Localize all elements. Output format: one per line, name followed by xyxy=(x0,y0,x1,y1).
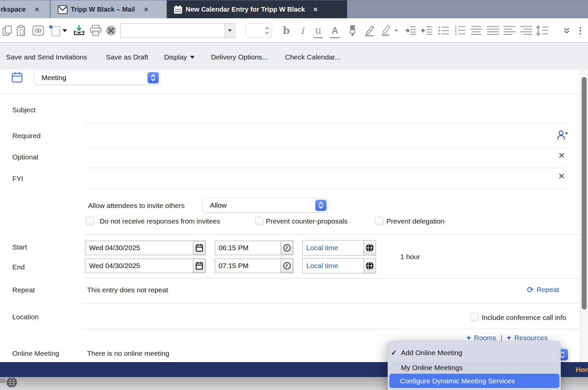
save-import-icon[interactable] xyxy=(72,24,86,37)
include-conference-checkbox[interactable] xyxy=(470,313,479,321)
justify-icon[interactable] xyxy=(486,24,500,37)
optional-field[interactable] xyxy=(86,168,566,168)
entry-type-value: Meeting xyxy=(35,74,147,82)
menu-item-my-online-meetings[interactable]: My Online Meetings xyxy=(401,363,463,372)
prevent-delegation-checkbox[interactable] xyxy=(375,217,383,225)
tab-mail[interactable]: Tripp W Black – Mail ✕ xyxy=(50,0,173,19)
subject-label: Subject xyxy=(12,105,36,114)
align-right-icon[interactable] xyxy=(520,24,533,37)
copy-link-icon[interactable] xyxy=(32,24,45,37)
required-field[interactable] xyxy=(86,148,566,149)
start-time-field[interactable]: 06:15 PM xyxy=(214,240,294,255)
scrollbar-thumb[interactable] xyxy=(582,77,587,310)
fyi-field[interactable] xyxy=(86,189,566,189)
delivery-options-button[interactable]: Delivery Options... xyxy=(211,52,268,62)
end-time-picker-icon[interactable] xyxy=(281,259,293,273)
menu-check-icon: ✓ xyxy=(391,348,397,357)
font-name-input[interactable] xyxy=(121,24,225,38)
font-size-stepper[interactable] xyxy=(245,23,272,38)
font-dropdown-icon[interactable] xyxy=(225,24,235,38)
repeat-link[interactable]: ⟳ Repeat xyxy=(527,285,559,294)
tab-mail-close-icon[interactable]: ✕ xyxy=(144,6,148,13)
clear-optional-icon[interactable]: ✕ xyxy=(558,151,565,160)
print-icon[interactable] xyxy=(89,24,102,37)
start-time-value[interactable]: 06:15 PM xyxy=(216,242,280,254)
start-time-picker-icon[interactable] xyxy=(281,241,293,255)
bold-icon[interactable]: b xyxy=(281,24,291,37)
toolbar-overflow-icon[interactable]: ⋮ xyxy=(577,24,583,37)
menu-item-configure-dms[interactable]: Configure Dynamic Meeting Services xyxy=(389,374,559,388)
start-timezone-field[interactable]: Local time xyxy=(302,240,376,255)
save-and-send-button[interactable]: Save and Send Invitations xyxy=(6,52,87,62)
svg-text:2: 2 xyxy=(455,29,457,33)
new-document-icon[interactable] xyxy=(48,24,61,37)
font-size-input[interactable] xyxy=(246,27,265,34)
font-name-combobox[interactable] xyxy=(120,23,235,38)
allow-attendees-label: Allow attendees to invite others xyxy=(88,201,185,210)
end-timezone-globe-icon[interactable] xyxy=(363,258,376,273)
new-document-dropdown-icon[interactable] xyxy=(62,24,68,37)
end-time-field[interactable]: 07:15 PM xyxy=(214,258,294,273)
align-left-icon[interactable] xyxy=(503,24,516,37)
online-meeting-label: Online Meeting xyxy=(12,349,59,358)
line-spacing-icon[interactable] xyxy=(535,24,549,37)
tab-calendar-active[interactable]: New Calendar Entry for Tripp W Black ✕ xyxy=(167,0,347,19)
tab-workspace-close-icon[interactable]: ✕ xyxy=(35,6,40,13)
italic-icon[interactable]: i xyxy=(298,24,307,37)
repeat-link-label: Repeat xyxy=(537,285,559,294)
home-link[interactable]: Home xyxy=(576,366,588,374)
highlighter-dropdown-icon[interactable] xyxy=(394,24,399,37)
allow-attendees-value: Allow xyxy=(203,201,315,209)
underline-icon[interactable]: u xyxy=(314,24,323,38)
end-timezone-value[interactable]: Local time xyxy=(303,258,363,273)
tab-bar: rkspace ✕ Tripp W Black – Mail ✕ New Cal… xyxy=(0,0,588,19)
check-calendar-button[interactable]: Check Calendar... xyxy=(285,52,341,62)
entry-type-select[interactable]: Meeting xyxy=(34,70,160,85)
clear-fyi-icon[interactable]: ✕ xyxy=(558,172,565,180)
end-date-value[interactable]: Wed 04/30/2025 xyxy=(87,260,193,272)
start-label: Start xyxy=(12,243,27,251)
start-date-field[interactable]: Wed 04/30/2025 xyxy=(85,240,206,255)
save-as-draft-button[interactable]: Save as Draft xyxy=(106,52,148,62)
repeat-icon: ⟳ xyxy=(527,286,534,294)
display-menu-button[interactable]: Display xyxy=(164,52,195,62)
highlighter-icon[interactable] xyxy=(380,24,392,37)
no-responses-checkbox[interactable] xyxy=(86,217,94,225)
end-time-value[interactable]: 07:15 PM xyxy=(216,260,280,272)
tab-calendar-close-icon[interactable]: ✕ xyxy=(313,6,318,13)
tab-mail-label: Tripp W Black – Mail xyxy=(71,6,135,13)
numbered-list-icon[interactable]: 123 xyxy=(454,24,466,37)
end-date-picker-icon[interactable] xyxy=(193,259,205,273)
entry-calendar-icon xyxy=(12,72,23,84)
tab-workspace-label: rkspace xyxy=(1,6,31,13)
cancel-icon[interactable] xyxy=(105,24,117,37)
select-chevrons-icon xyxy=(315,200,327,211)
tab-workspace[interactable]: rkspace ✕ xyxy=(0,0,50,19)
paste-icon[interactable] xyxy=(15,24,27,37)
bullet-list-icon[interactable] xyxy=(437,24,450,37)
copy-icon[interactable] xyxy=(1,24,13,37)
start-date-picker-icon[interactable] xyxy=(193,241,205,255)
prevent-counter-proposals-checkbox[interactable] xyxy=(255,217,263,225)
duration-text: 1 hour xyxy=(400,252,420,261)
align-center-icon[interactable] xyxy=(470,24,483,37)
toolbar-collapse-icon[interactable] xyxy=(562,24,571,37)
end-timezone-field[interactable]: Local time xyxy=(302,258,376,273)
format-brush-icon[interactable] xyxy=(347,24,358,37)
menu-item-add-online-meeting[interactable]: Add Online Meeting xyxy=(401,348,462,357)
allow-attendees-select[interactable]: Allow xyxy=(203,198,328,213)
subject-field[interactable] xyxy=(86,123,566,123)
start-timezone-value[interactable]: Local time xyxy=(303,241,363,255)
pencil-icon[interactable] xyxy=(363,24,375,37)
text-color-icon[interactable]: A xyxy=(330,24,340,38)
outdent-icon[interactable] xyxy=(421,24,433,37)
end-date-field[interactable]: Wed 04/30/2025 xyxy=(85,258,206,273)
repeat-status-text: This entry does not repeat xyxy=(87,285,168,294)
chevron-down-icon xyxy=(190,56,195,59)
optional-label: Optional xyxy=(12,152,38,161)
start-date-value[interactable]: Wed 04/30/2025 xyxy=(87,242,193,254)
indent-icon[interactable] xyxy=(404,24,417,37)
network-globe-icon[interactable] xyxy=(7,377,17,389)
add-person-icon[interactable] xyxy=(557,130,568,142)
start-timezone-globe-icon[interactable] xyxy=(363,241,376,255)
